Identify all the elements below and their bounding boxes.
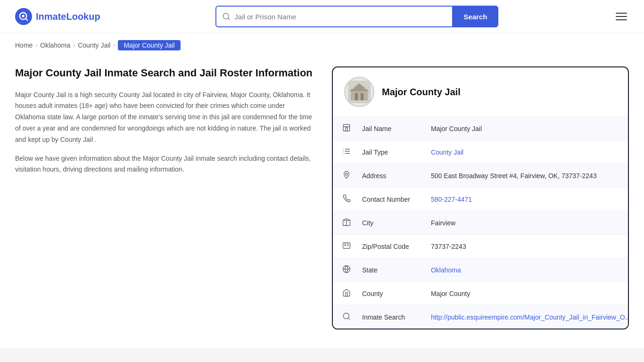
left-column: Major County Jail Inmate Search and Jail…	[15, 66, 317, 183]
table-row: Inmate Searchhttp://public.esquireempire…	[333, 305, 629, 329]
field-label: Jail Name	[353, 117, 421, 140]
logo-text: InmateLookup	[36, 11, 100, 22]
field-label: Zip/Postal Code	[353, 235, 421, 258]
chevron-icon-2: ›	[73, 42, 75, 49]
zip-icon	[333, 235, 353, 258]
search-icon	[222, 12, 231, 21]
card-header: Major County Jail	[333, 67, 628, 117]
field-label: Contact Number	[353, 188, 421, 211]
field-label: County	[353, 282, 421, 305]
table-row: Zip/Postal Code73737-2243	[333, 235, 629, 258]
field-value[interactable]: http://public.esquireempire.com/Major_Co…	[421, 305, 629, 329]
county-icon	[333, 282, 353, 305]
footer-spacer	[0, 348, 644, 362]
breadcrumb-oklahoma[interactable]: Oklahoma	[40, 41, 70, 49]
jail-avatar	[344, 77, 374, 107]
breadcrumb: Home › Oklahoma › County Jail › Major Co…	[0, 33, 644, 57]
svg-rect-8	[353, 87, 355, 90]
search-button[interactable]: Search	[452, 6, 498, 27]
globe-icon	[333, 258, 353, 282]
search-icon	[333, 305, 353, 329]
jail-info-card: Major County Jail Jail NameMajor County …	[332, 66, 629, 329]
breadcrumb-active: Major County Jail	[118, 40, 180, 50]
search-bar: Search	[215, 6, 498, 27]
field-value[interactable]: 580-227-4471	[421, 188, 629, 211]
breadcrumb-county-jail[interactable]: County Jail	[78, 41, 110, 49]
field-link[interactable]: County Jail	[431, 148, 463, 156]
city-icon	[333, 211, 353, 235]
svg-point-1	[22, 15, 25, 17]
field-value: 73737-2243	[421, 235, 629, 258]
table-row: Jail NameMajor County Jail	[333, 117, 629, 140]
chevron-icon-1: ›	[35, 42, 37, 49]
field-link[interactable]: 580-227-4471	[431, 196, 472, 203]
card-title: Major County Jail	[382, 87, 461, 98]
field-value: Major County Jail	[421, 117, 629, 140]
description-para-1: Major County Jail is a high security Cou…	[15, 90, 317, 146]
building-icon	[333, 117, 353, 140]
breadcrumb-home[interactable]: Home	[15, 41, 33, 49]
main-content: Major County Jail Inmate Search and Jail…	[0, 57, 644, 348]
svg-rect-22	[343, 243, 350, 248]
list-icon	[333, 140, 353, 164]
field-label: City	[353, 211, 421, 235]
field-value[interactable]: County Jail	[421, 140, 629, 164]
field-value[interactable]: Oklahoma	[421, 258, 629, 282]
field-value: Fairview	[421, 211, 629, 235]
chevron-icon-3: ›	[113, 42, 115, 49]
svg-rect-6	[361, 93, 363, 100]
field-link[interactable]: Oklahoma	[431, 266, 461, 274]
svg-point-17	[346, 173, 348, 175]
page-heading: Major County Jail Inmate Search and Jail…	[15, 66, 317, 80]
table-row: CountyMajor County	[333, 282, 629, 305]
field-label: Inmate Search	[353, 305, 421, 329]
field-label: Jail Type	[353, 140, 421, 164]
search-input[interactable]	[234, 13, 446, 21]
logo[interactable]: InmateLookup	[15, 8, 100, 25]
svg-rect-5	[355, 93, 358, 100]
field-link[interactable]: http://public.esquireempire.com/Major_Co…	[431, 313, 629, 321]
logo-icon	[15, 8, 32, 25]
menu-icon[interactable]	[614, 11, 629, 22]
phone-icon	[333, 188, 353, 211]
table-row: Contact Number580-227-4471	[333, 188, 629, 211]
description-para-2: Below we have given information about th…	[15, 153, 317, 176]
location-icon	[333, 164, 353, 188]
field-value: 500 East Broadway Street #4, Fairview, O…	[421, 164, 629, 188]
svg-rect-9	[364, 87, 366, 90]
table-row: Jail TypeCounty Jail	[333, 140, 629, 164]
info-table: Jail NameMajor County JailJail TypeCount…	[333, 117, 629, 329]
table-row: StateOklahoma	[333, 258, 629, 282]
header: InmateLookup Search	[0, 0, 644, 33]
field-label: Address	[353, 164, 421, 188]
search-input-wrapper	[215, 6, 452, 27]
field-label: State	[353, 258, 421, 282]
svg-rect-4	[351, 90, 368, 100]
table-row: Address500 East Broadway Street #4, Fair…	[333, 164, 629, 188]
field-value: Major County	[421, 282, 629, 305]
table-row: CityFairview	[333, 211, 629, 235]
